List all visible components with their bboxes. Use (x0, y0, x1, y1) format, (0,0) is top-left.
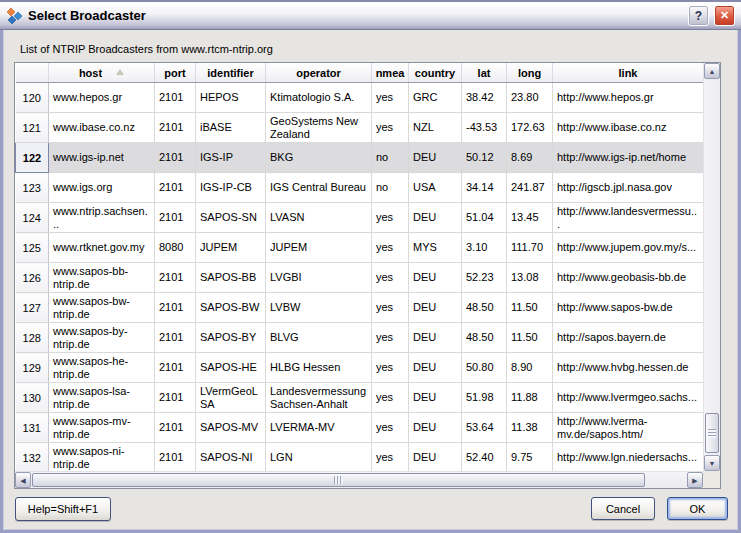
table-row[interactable]: 124www.ntrip.sachsen...2101SAPOS-SNLVASN… (16, 203, 704, 233)
table-row[interactable]: 132www.sapos-ni-ntrip.de2101SAPOS-NILGNy… (16, 443, 704, 472)
port-cell[interactable]: 2101 (155, 173, 196, 203)
scroll-right-button[interactable]: ▶ (687, 472, 703, 488)
host-cell[interactable]: www.ibase.co.nz (49, 113, 155, 143)
country-cell[interactable]: DEU (409, 203, 462, 233)
identifier-cell[interactable]: JUPEM (196, 233, 266, 263)
country-cell[interactable]: NZL (409, 113, 462, 143)
table-row[interactable]: 120www.hepos.gr2101HEPOSKtimatologio S.A… (16, 83, 704, 113)
port-cell[interactable]: 2101 (155, 203, 196, 233)
link-cell[interactable]: http://www.geobasis-bb.de (553, 263, 704, 293)
port-cell[interactable]: 2101 (155, 383, 196, 413)
country-cell[interactable]: DEU (409, 263, 462, 293)
operator-cell[interactable]: Ktimatologio S.A. (266, 83, 372, 113)
lat-cell[interactable]: 52.23 (462, 263, 507, 293)
nmea-cell[interactable]: no (372, 173, 409, 203)
nmea-cell[interactable]: yes (372, 113, 409, 143)
table-row[interactable]: 123www.igs.org2101IGS-IP-CBIGS Central B… (16, 173, 704, 203)
country-cell[interactable]: MYS (409, 233, 462, 263)
column-header-link[interactable]: link (553, 63, 704, 83)
row-number[interactable]: 123 (16, 173, 49, 203)
column-header-lat[interactable]: lat (462, 63, 507, 83)
link-cell[interactable]: http://www.lvermgeo.sachs... (553, 383, 704, 413)
row-number[interactable]: 132 (16, 443, 49, 472)
host-cell[interactable]: www.sapos-by-ntrip.de (49, 323, 155, 353)
nmea-cell[interactable]: yes (372, 323, 409, 353)
table-row[interactable]: 128www.sapos-by-ntrip.de2101SAPOS-BYBLVG… (16, 323, 704, 353)
lat-cell[interactable]: 50.80 (462, 353, 507, 383)
link-cell[interactable]: http://www.sapos-bw.de (553, 293, 704, 323)
scroll-left-button[interactable]: ◀ (15, 472, 31, 488)
row-number[interactable]: 122 (16, 143, 49, 173)
lat-cell[interactable]: 3.10 (462, 233, 507, 263)
long-cell[interactable]: 11.88 (507, 383, 553, 413)
identifier-cell[interactable]: SAPOS-NI (196, 443, 266, 472)
identifier-cell[interactable]: iBASE (196, 113, 266, 143)
host-cell[interactable]: www.ntrip.sachsen... (49, 203, 155, 233)
row-number[interactable]: 124 (16, 203, 49, 233)
lat-cell[interactable]: 53.64 (462, 413, 507, 443)
host-cell[interactable]: www.sapos-ni-ntrip.de (49, 443, 155, 472)
nmea-cell[interactable]: yes (372, 83, 409, 113)
link-cell[interactable]: http://igscb.jpl.nasa.gov (553, 173, 704, 203)
nmea-cell[interactable]: yes (372, 443, 409, 472)
link-cell[interactable]: http://www.lgn.niedersachs... (553, 443, 704, 472)
long-cell[interactable]: 13.08 (507, 263, 553, 293)
country-cell[interactable]: DEU (409, 413, 462, 443)
link-cell[interactable]: http://sapos.bayern.de (553, 323, 704, 353)
country-cell[interactable]: DEU (409, 323, 462, 353)
port-cell[interactable]: 2101 (155, 353, 196, 383)
host-cell[interactable]: www.rtknet.gov.my (49, 233, 155, 263)
operator-cell[interactable]: BLVG (266, 323, 372, 353)
identifier-cell[interactable]: IGS-IP (196, 143, 266, 173)
link-cell[interactable]: http://www.hepos.gr (553, 83, 704, 113)
scroll-up-button[interactable]: ▲ (704, 63, 720, 79)
column-header-corner[interactable] (16, 63, 49, 83)
row-number[interactable]: 131 (16, 413, 49, 443)
lat-cell[interactable]: 48.50 (462, 293, 507, 323)
column-header-port[interactable]: port (155, 63, 196, 83)
lat-cell[interactable]: 52.40 (462, 443, 507, 472)
row-number[interactable]: 130 (16, 383, 49, 413)
operator-cell[interactable]: LVBW (266, 293, 372, 323)
row-number[interactable]: 129 (16, 353, 49, 383)
column-header-host[interactable]: host (49, 63, 155, 83)
operator-cell[interactable]: LVGBI (266, 263, 372, 293)
nmea-cell[interactable]: yes (372, 293, 409, 323)
long-cell[interactable]: 9.75 (507, 443, 553, 472)
link-cell[interactable]: http://www.ibase.co.nz (553, 113, 704, 143)
port-cell[interactable]: 2101 (155, 143, 196, 173)
column-header-nmea[interactable]: nmea (372, 63, 409, 83)
country-cell[interactable]: DEU (409, 383, 462, 413)
country-cell[interactable]: DEU (409, 443, 462, 472)
title-bar[interactable]: Select Broadcaster ? ✕ (0, 0, 741, 30)
table-row[interactable]: 121www.ibase.co.nz2101iBASEGeoSystems Ne… (16, 113, 704, 143)
host-cell[interactable]: www.sapos-bb-ntrip.de (49, 263, 155, 293)
long-cell[interactable]: 11.38 (507, 413, 553, 443)
link-cell[interactable]: http://www.igs-ip.net/home (553, 143, 704, 173)
long-cell[interactable]: 13.45 (507, 203, 553, 233)
link-cell[interactable]: http://www.landesvermessu... (553, 203, 704, 233)
operator-cell[interactable]: Landesvermessung Sachsen-Anhalt (266, 383, 372, 413)
nmea-cell[interactable]: yes (372, 383, 409, 413)
column-header-operator[interactable]: operator (266, 63, 372, 83)
table-row[interactable]: 127www.sapos-bw-ntrip.de2101SAPOS-BWLVBW… (16, 293, 704, 323)
column-header-country[interactable]: country (409, 63, 462, 83)
identifier-cell[interactable]: SAPOS-BY (196, 323, 266, 353)
country-cell[interactable]: DEU (409, 143, 462, 173)
port-cell[interactable]: 2101 (155, 113, 196, 143)
host-cell[interactable]: www.igs-ip.net (49, 143, 155, 173)
operator-cell[interactable]: HLBG Hessen (266, 353, 372, 383)
identifier-cell[interactable]: SAPOS-MV (196, 413, 266, 443)
host-cell[interactable]: www.hepos.gr (49, 83, 155, 113)
identifier-cell[interactable]: LVermGeoLSA (196, 383, 266, 413)
vertical-scrollbar-thumb[interactable] (705, 413, 719, 453)
link-cell[interactable]: http://www.hvbg.hessen.de (553, 353, 704, 383)
nmea-cell[interactable]: no (372, 143, 409, 173)
titlebar-help-button[interactable]: ? (688, 5, 709, 26)
port-cell[interactable]: 2101 (155, 413, 196, 443)
table-row[interactable]: 130www.sapos-lsa-ntrip.de2101LVermGeoLSA… (16, 383, 704, 413)
table-row[interactable]: 126www.sapos-bb-ntrip.de2101SAPOS-BBLVGB… (16, 263, 704, 293)
long-cell[interactable]: 172.63 (507, 113, 553, 143)
long-cell[interactable]: 111.70 (507, 233, 553, 263)
column-header-identifier[interactable]: identifier (196, 63, 266, 83)
